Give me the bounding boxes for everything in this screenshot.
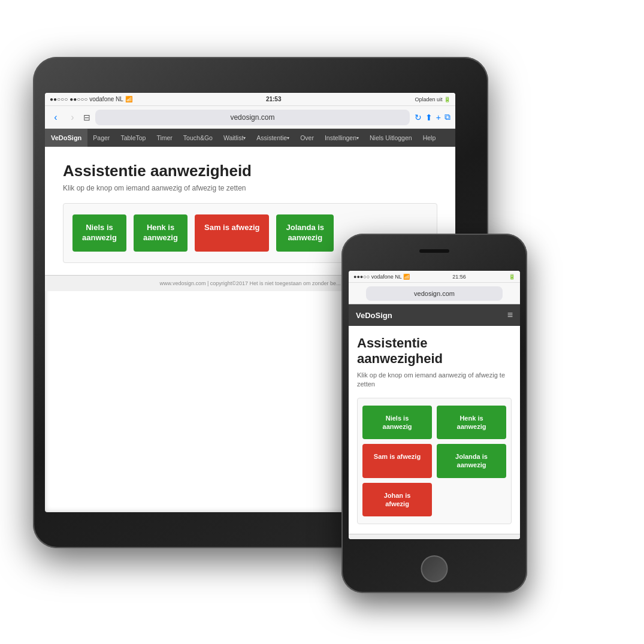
tablet-page-subtitle: Klik op de knop om iemand aanwezig of af… [63, 184, 437, 192]
tablet-url-text: vedosign.com [230, 113, 274, 122]
phone-status-bar: ●●●○○ vodafone NL 📶 21:56 🔋 [349, 271, 520, 283]
signal-dots: ●●○○○ [50, 96, 68, 102]
phone-page-subtitle: Klik op de knop om iemand aanwezig of af… [357, 371, 512, 389]
phone-safari-bar: vedosign.com [349, 283, 520, 304]
phone-hamburger-icon[interactable]: ≡ [507, 310, 513, 321]
phone-url-text: vedosign.com [414, 290, 455, 297]
phone-presence-buttons: Niels isaanwezig Henk isaanwezig Sam is … [357, 398, 512, 525]
phone-home-button[interactable] [421, 555, 448, 582]
tablet-nav-waitlist[interactable]: Waitlist [218, 129, 251, 147]
phone-btn-henk[interactable]: Henk isaanwezig [437, 406, 506, 440]
phone-btn-jolanda[interactable]: Jolanda isaanwezig [437, 444, 506, 478]
tablet-nav-pager[interactable]: Pager [87, 129, 115, 147]
battery-icon: 🔋 [444, 96, 451, 102]
tablet-nav-instellingen[interactable]: Instellingen [319, 129, 364, 147]
tablet-url-bar[interactable]: vedosign.com [95, 110, 410, 125]
tablet-btn-henk[interactable]: Henk isaanwezig [134, 214, 188, 252]
tablet-safari-bar: ‹ › ⊟ vedosign.com ↻ ⬆ + ⧉ [45, 106, 455, 129]
phone-battery: 🔋 [509, 274, 515, 280]
safari-actions: ↻ ⬆ + ⧉ [415, 112, 451, 122]
tablet-bookmarks-icon[interactable]: ⊟ [83, 113, 90, 122]
phone-time: 21:56 [452, 274, 466, 280]
charge-label: Opladen uit [415, 96, 442, 102]
tablet-page-title: Assistentie aanwezigheid [63, 162, 437, 180]
phone-url-bar[interactable]: vedosign.com [366, 286, 503, 301]
tablet-nav-timer[interactable]: Timer [151, 129, 177, 147]
scene: ●●○○○ ●●○○○ vodafone NL 📶 21:53 Opladen … [0, 0, 644, 644]
tablet-btn-sam[interactable]: Sam is afwezig [195, 214, 269, 252]
phone-speaker [419, 249, 449, 253]
tablet-battery-area: Opladen uit 🔋 [415, 96, 451, 102]
tablet-nav-assistentie[interactable]: Assistentie [251, 129, 295, 147]
tablet-nav-touchgo[interactable]: Touch&Go [178, 129, 218, 147]
tablet-carrier: ●●○○○ ●●○○○ vodafone NL 📶 [50, 96, 132, 102]
wifi-icon: 📶 [125, 96, 132, 102]
tablet-status-bar: ●●○○○ ●●○○○ vodafone NL 📶 21:53 Opladen … [45, 93, 455, 106]
phone-device: ●●●○○ vodafone NL 📶 21:56 🔋 vedosign.com… [341, 234, 527, 593]
carrier-name: ●●○○○ vodafone NL [69, 96, 123, 102]
phone-page-content: Assistentieaanwezigheid Klik op de knop … [349, 326, 520, 534]
tablet-nav-uitloggen[interactable]: Niels Uitloggen [364, 129, 418, 147]
phone-btn-johan[interactable]: Johan isafwezig [362, 483, 432, 517]
tablet-refresh-icon[interactable]: ↻ [415, 113, 422, 122]
phone-footer-text: www.vedosign.com | copyright©2017 Het is… [359, 539, 510, 539]
phone-page-title: Assistentieaanwezigheid [357, 335, 512, 367]
phone-footer: www.vedosign.com | copyright©2017 Het is… [349, 534, 520, 539]
tablet-tabs-icon[interactable]: ⧉ [445, 112, 451, 122]
tablet-add-icon[interactable]: + [436, 113, 441, 122]
tablet-forward-button[interactable]: › [66, 112, 78, 123]
tablet-nav-brand[interactable]: VeDoSign [45, 129, 87, 147]
phone-screen: ●●●○○ vodafone NL 📶 21:56 🔋 vedosign.com… [349, 271, 520, 539]
phone-nav-brand[interactable]: VeDoSign [356, 311, 392, 320]
phone-navbar: VeDoSign ≡ [349, 304, 520, 326]
tablet-time: 21:53 [266, 96, 282, 102]
tablet-share-icon[interactable]: ⬆ [425, 113, 433, 122]
phone-carrier: ●●●○○ vodafone NL 📶 [353, 274, 410, 280]
tablet-btn-jolanda[interactable]: Jolanda isaanwezig [276, 214, 334, 252]
tablet-nav-tabletop[interactable]: TableTop [115, 129, 151, 147]
tablet-navbar: VeDoSign Pager TableTop Timer Touch&Go W… [45, 129, 455, 147]
tablet-nav-over[interactable]: Over [295, 129, 319, 147]
phone-btn-sam[interactable]: Sam is afwezig [362, 444, 432, 478]
tablet-back-button[interactable]: ‹ [50, 112, 62, 123]
tablet-footer-text: www.vedosign.com | copyright©2017 Het is… [159, 280, 340, 286]
phone-btn-niels[interactable]: Niels isaanwezig [362, 406, 432, 440]
tablet-btn-niels[interactable]: Niels isaanwezig [72, 214, 126, 252]
tablet-nav-help[interactable]: Help [418, 129, 442, 147]
